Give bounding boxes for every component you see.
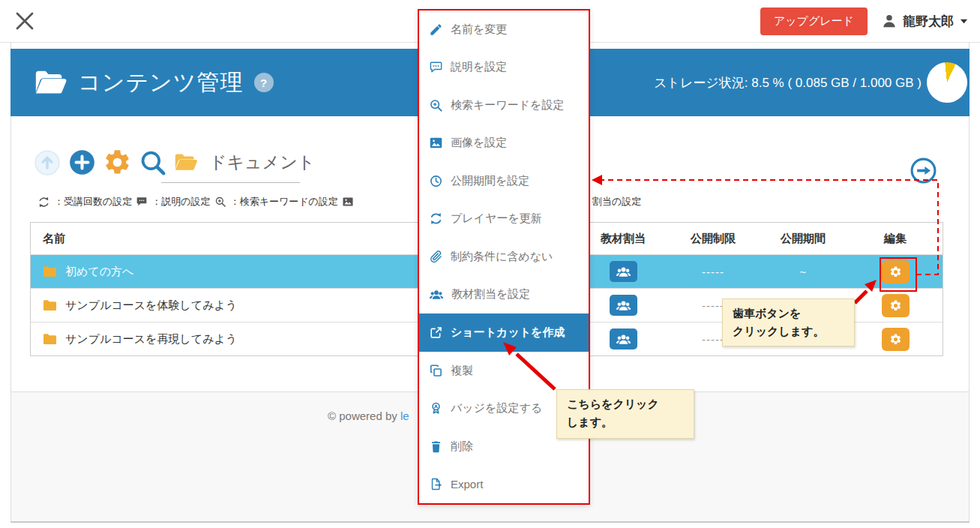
assign-users-button[interactable] [610,295,637,316]
folder-icon [42,332,58,347]
menu-item-label: 公開期間を設定 [451,174,529,188]
menu-item-set-description[interactable]: 説明を設定 [419,49,589,87]
copy-icon [429,364,443,378]
close-icon[interactable] [13,10,36,32]
frame-border-bottom [10,521,970,523]
menu-item-rename[interactable]: 名前を変更 [419,10,589,49]
footer-copyright: © powered by le [328,410,409,422]
user-name: 龍野太郎 [903,13,954,30]
repeat-icon [37,196,50,208]
edit-gear-button[interactable] [882,260,910,284]
breadcrumb-underline [161,182,300,183]
breadcrumb[interactable]: ドキュメント [209,151,315,174]
menu-item-label: ショートカットを作成 [451,326,565,340]
menu-item-duplicate[interactable]: 複製 [419,352,589,390]
menu-item-update-player[interactable]: プレイヤーを更新 [419,200,589,238]
image-icon [342,196,354,208]
menu-item-label: 制約条件に含めない [451,250,553,264]
settings-gear-icon[interactable] [103,148,132,177]
column-assign: 教材割当 [578,232,668,246]
add-content-icon[interactable] [68,148,96,176]
menu-item-label: 検索キーワードを設定 [451,98,564,112]
legend-left: ：受講回数の設定 ：説明の設定 ：検索キーワードの設定 [37,195,354,208]
menu-item-set-search-keyword[interactable]: 検索キーワードを設定 [419,86,589,124]
gear-note-line2: クリックします。 [733,322,844,340]
copyright-text: © powered by [328,410,400,422]
folder-icon [42,264,58,280]
storage-status: ストレージ状況: 8.5 % ( 0.085 GB / 1.000 GB ) [654,49,922,116]
content-management-screen: アップグレード 龍野太郎 © powered by le コンテンツ管理 ? ス… [0,0,980,528]
restriction-value: ----- [702,333,724,346]
toolbar: ドキュメント [33,148,315,177]
legend-label-keyword: ：検索キーワードの設定 [230,195,338,208]
restriction-value: ----- [702,299,724,312]
image-icon [429,136,443,150]
folder-icon [42,298,58,314]
forward-arrow-icon[interactable] [910,157,937,184]
menu-note-line2: します。 [567,413,684,431]
edit-gear-button[interactable] [882,294,910,317]
breadcrumb-folder-icon [173,150,198,175]
users-icon [616,298,631,314]
menu-item-label: 教材割当を設定 [451,287,530,302]
gear-icon [889,266,902,278]
user-icon [881,13,898,29]
badge-icon [429,401,443,416]
page-title: コンテンツ管理 [78,68,244,98]
gear-icon [889,333,902,346]
row-name: サンプルコースを体験してみよう [65,298,237,313]
menu-item-export[interactable]: Export [419,465,589,503]
storage-pie-chart [927,62,967,103]
gear-note: 歯車ボタンを クリックします。 [722,298,855,346]
dashed-arrowhead [592,175,602,185]
period-value: ~ [800,266,807,278]
legend-right-fragment: 割当の設定 [592,195,641,208]
assign-users-button[interactable] [610,261,637,282]
menu-item-label: 説明を設定 [451,60,507,74]
menu-item-label: 削除 [451,440,473,454]
folder-open-icon [33,65,67,100]
users-icon [429,287,444,302]
legend-label-description: ：説明の設定 [151,195,210,208]
menu-item-label: 複製 [451,364,473,378]
row-name: サンプルコースを再現してみよう [65,332,237,346]
paperclip-icon [429,250,443,264]
restriction-value: ----- [702,266,724,278]
menu-item-set-publish-period[interactable]: 公開期間を設定 [419,162,589,200]
gear-note-line1: 歯車ボタンを [733,304,844,322]
gear-icon [889,299,902,312]
column-restrict: 公開制限 [668,232,758,246]
up-level-icon[interactable] [33,148,61,177]
export-icon [429,477,443,491]
refresh-icon [429,212,443,226]
help-icon[interactable]: ? [254,73,274,92]
search-icon[interactable] [139,148,166,176]
menu-item-label: バッジを設定する [451,401,542,416]
menu-item-label: 画像を設定 [451,136,507,150]
column-period: 公開期間 [758,232,848,246]
search-plus-icon [214,196,226,208]
menu-note-line1: こちらをクリック [567,395,684,413]
users-icon [616,332,631,347]
menu-item-label: プレイヤーを更新 [451,212,542,226]
column-edit: 編集 [848,232,943,246]
menu-item-label: 名前を変更 [451,22,507,37]
menu-item-exclude-constraint[interactable]: 制約条件に含めない [419,238,589,276]
menu-item-set-assignment[interactable]: 教材割当を設定 [419,276,589,314]
assign-users-button[interactable] [610,328,637,350]
upgrade-button[interactable]: アップグレード [760,8,868,35]
search-plus-icon [429,98,443,112]
comment-icon [429,60,443,74]
user-menu[interactable]: 龍野太郎 [881,13,969,30]
pencil-icon [429,22,443,37]
edit-gear-button[interactable] [882,328,910,351]
comment-icon [136,196,148,208]
legend-label-attempts: ：受講回数の設定 [54,195,132,208]
footer-link[interactable]: le [400,410,409,422]
users-icon [616,264,631,280]
trash-icon [429,440,443,454]
clock-icon [429,174,443,188]
menu-item-create-shortcut[interactable]: ショートカットを作成 [419,314,589,352]
row-name: 初めての方へ [65,265,133,279]
menu-item-set-image[interactable]: 画像を設定 [419,124,589,163]
